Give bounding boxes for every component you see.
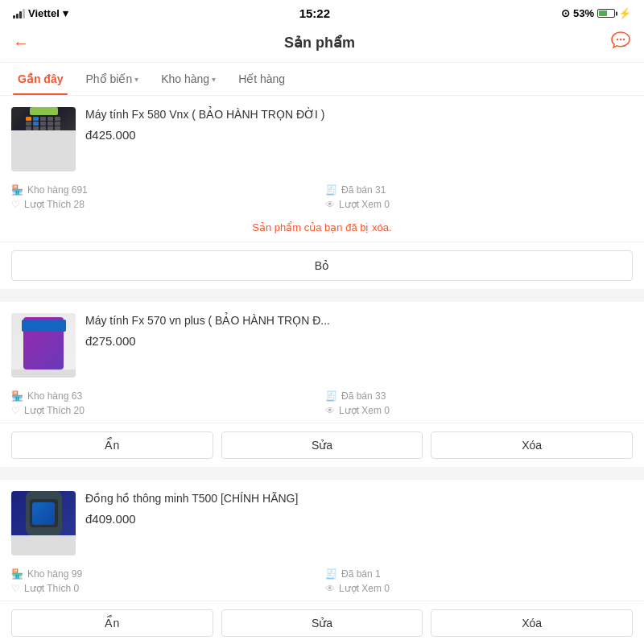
bo-button-container: Bỏ	[0, 242, 644, 289]
stat-sold-3: 🧾 Đã bán 1	[325, 568, 633, 580]
status-time: 15:22	[299, 6, 330, 20]
stat-sold-2: 🧾 Đã bán 33	[325, 390, 633, 402]
heart-icon: ♡	[11, 199, 20, 210]
product-image-1	[11, 107, 76, 171]
status-right: ⊙ 53% ⚡	[561, 7, 631, 19]
battery-percent: 53%	[573, 7, 594, 19]
product-card-3: Đồng hồ thông minh T500 [CHÍNH HÃNG] đ40…	[0, 480, 644, 644]
tab-stock[interactable]: Kho hàng ▾	[150, 63, 227, 95]
heart-icon: ♡	[11, 405, 20, 416]
edit-button-2[interactable]: Sửa	[221, 431, 423, 459]
action-buttons-3: Ẩn Sửa Xóa	[0, 601, 644, 644]
svg-point-1	[620, 39, 621, 40]
hide-button-2[interactable]: Ẩn	[11, 431, 213, 459]
circle-icon: ⊙	[561, 7, 570, 19]
product-stats-1: 🏪 Kho hàng 691 🧾 Đã bán 31 ♡ Lượt Thích …	[0, 178, 644, 217]
stat-likes-1: ♡ Lượt Thích 28	[11, 199, 319, 210]
stat-stock-3: 🏪 Kho hàng 99	[11, 568, 319, 580]
product-main-3: Đồng hồ thông minh T500 [CHÍNH HÃNG] đ40…	[0, 480, 644, 562]
product-price-2: đ275.000	[85, 334, 633, 348]
product-name-2: Máy tính Fx 570 vn plus ( BẢO HÀNH TRỌN …	[85, 313, 633, 329]
status-left: Viettel ▾	[13, 7, 68, 19]
product-image-2	[11, 313, 76, 378]
page-title: Sản phẩm	[29, 34, 610, 52]
product-stats-2: 🏪 Kho hàng 63 🧾 Đã bán 33 ♡ Lượt Thích 2…	[0, 384, 644, 423]
product-name-3: Đồng hồ thông minh T500 [CHÍNH HÃNG]	[85, 491, 633, 507]
store-icon: 🏪	[11, 568, 23, 580]
bo-button[interactable]: Bỏ	[11, 250, 633, 281]
store-icon: 🏪	[11, 390, 23, 402]
product-price-1: đ425.000	[85, 128, 633, 142]
status-bar: Viettel ▾ 15:22 ⊙ 53% ⚡	[0, 0, 644, 23]
tab-outofstock[interactable]: Hết hàng	[227, 63, 296, 95]
receipt-icon: 🧾	[325, 390, 337, 402]
stat-views-3: 👁 Lượt Xem 0	[325, 583, 633, 594]
product-image-3	[11, 491, 76, 555]
hide-button-3[interactable]: Ẩn	[11, 609, 213, 637]
delete-button-3[interactable]: Xóa	[431, 609, 633, 637]
carrier-name: Viettel	[28, 7, 60, 19]
divider-2	[0, 473, 644, 480]
stat-views-1: 👁 Lượt Xem 0	[325, 199, 633, 210]
eye-icon: 👁	[325, 405, 335, 416]
back-button[interactable]: ←	[13, 34, 29, 52]
tab-popular[interactable]: Phổ biến ▾	[74, 63, 150, 95]
stat-likes-3: ♡ Lượt Thích 0	[11, 583, 319, 594]
signal-icon	[13, 9, 25, 19]
receipt-icon: 🧾	[325, 568, 337, 580]
chat-button[interactable]	[610, 31, 631, 54]
chevron-down-icon: ▾	[212, 75, 216, 84]
product-price-3: đ409.000	[85, 512, 633, 526]
heart-icon: ♡	[11, 583, 20, 594]
svg-point-2	[623, 39, 625, 40]
product-name-1: Máy tính Fx 580 Vnx ( BẢO HÀNH TRỌN ĐỜI …	[85, 107, 633, 123]
product-main-1: Máy tính Fx 580 Vnx ( BẢO HÀNH TRỌN ĐỜI …	[0, 96, 644, 178]
divider-1	[0, 295, 644, 302]
header: ← Sản phẩm	[0, 23, 644, 63]
stat-views-2: 👁 Lượt Xem 0	[325, 405, 633, 416]
product-card-2: Máy tính Fx 570 vn plus ( BẢO HÀNH TRỌN …	[0, 302, 644, 467]
stat-stock-2: 🏪 Kho hàng 63	[11, 390, 319, 402]
chevron-down-icon: ▾	[134, 75, 138, 84]
product-info-1: Máy tính Fx 580 Vnx ( BẢO HÀNH TRỌN ĐỜI …	[85, 107, 633, 171]
eye-icon: 👁	[325, 199, 335, 210]
stat-likes-2: ♡ Lượt Thích 20	[11, 405, 319, 416]
product-list: Máy tính Fx 580 Vnx ( BẢO HÀNH TRỌN ĐỜI …	[0, 96, 644, 644]
charging-icon: ⚡	[618, 7, 631, 19]
product-info-2: Máy tính Fx 570 vn plus ( BẢO HÀNH TRỌN …	[85, 313, 633, 378]
wifi-icon: ▾	[63, 7, 68, 19]
stat-sold-1: 🧾 Đã bán 31	[325, 184, 633, 196]
eye-icon: 👁	[325, 583, 335, 594]
product-main-2: Máy tính Fx 570 vn plus ( BẢO HÀNH TRỌN …	[0, 302, 644, 384]
svg-point-0	[617, 39, 618, 40]
tab-recent[interactable]: Gần đây	[6, 63, 74, 95]
delete-button-2[interactable]: Xóa	[431, 431, 633, 459]
deleted-notice: Sản phẩm của bạn đã bị xóa.	[0, 217, 644, 242]
tabs-bar: Gần đây Phổ biến ▾ Kho hàng ▾ Hết hàng	[0, 63, 644, 96]
stat-stock-1: 🏪 Kho hàng 691	[11, 184, 319, 196]
product-stats-3: 🏪 Kho hàng 99 🧾 Đã bán 1 ♡ Lượt Thích 0 …	[0, 562, 644, 601]
product-card-1: Máy tính Fx 580 Vnx ( BẢO HÀNH TRỌN ĐỜI …	[0, 96, 644, 289]
battery-icon	[597, 9, 615, 18]
store-icon: 🏪	[11, 184, 23, 196]
product-info-3: Đồng hồ thông minh T500 [CHÍNH HÃNG] đ40…	[85, 491, 633, 555]
receipt-icon: 🧾	[325, 184, 337, 196]
edit-button-3[interactable]: Sửa	[221, 609, 423, 637]
action-buttons-2: Ẩn Sửa Xóa	[0, 423, 644, 467]
